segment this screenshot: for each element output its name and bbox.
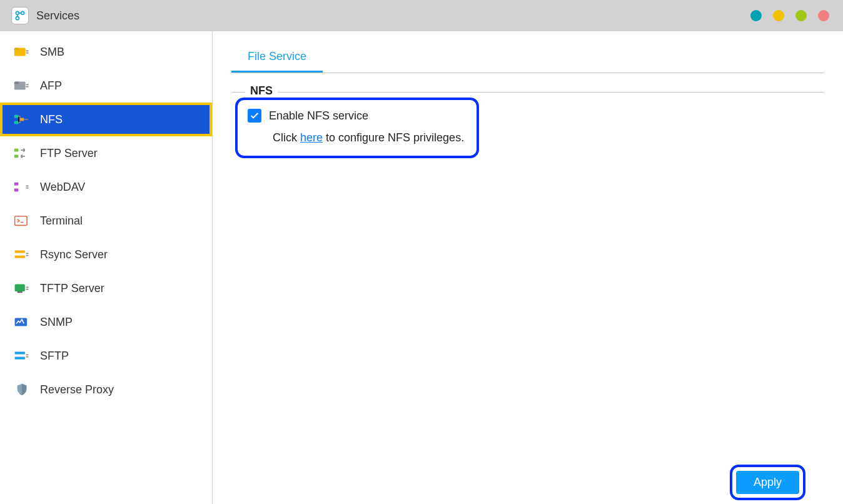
sidebar: SMB AFP NFS FTP Server [0,31,213,504]
hint-suffix: to configure NFS privileges. [323,131,464,144]
sidebar-item-label: Terminal [40,214,83,228]
svg-rect-16 [15,256,25,258]
folder-share-icon [13,45,31,59]
svg-rect-18 [18,291,23,293]
sidebar-item-label: Rsync Server [40,248,108,261]
sidebar-item-nfs[interactable]: NFS [0,103,212,136]
sftp-icon [13,349,31,363]
configure-hint: Click here to configure NFS privileges. [273,131,467,144]
sidebar-item-label: SFTP [40,350,69,363]
apply-button[interactable]: Apply [736,471,799,494]
window-dot-4[interactable] [818,10,829,21]
tab-row: File Service [231,44,824,73]
terminal-icon [13,214,31,228]
window-dot-2[interactable] [773,10,784,21]
svg-rect-4 [14,48,19,51]
highlight-enable-nfs: Enable NFS service Click here to configu… [235,98,479,158]
sidebar-item-label: Reverse Proxy [40,383,114,396]
rsync-icon [13,248,31,261]
svg-rect-14 [15,216,28,226]
footer: Apply [231,460,824,504]
configure-privileges-link[interactable]: here [300,131,323,144]
sidebar-item-reverse-proxy[interactable]: Reverse Proxy [0,373,212,406]
services-app-icon [11,7,29,24]
svg-point-2 [16,17,19,20]
svg-rect-20 [15,352,25,355]
sidebar-item-webdav[interactable]: WebDAV [0,170,212,204]
svg-rect-13 [14,188,19,191]
sidebar-item-rsync[interactable]: Rsync Server [0,238,212,271]
services-window: Services SMB AFP [0,0,843,504]
highlight-apply: Apply [730,465,805,500]
sidebar-item-label: SNMP [40,316,73,329]
svg-rect-11 [14,154,19,158]
body: SMB AFP NFS FTP Server [0,31,843,504]
tab-file-service[interactable]: File Service [231,44,323,73]
content-area: NFS Enable NFS service Click here to con… [231,73,824,460]
svg-rect-15 [15,251,25,253]
sidebar-item-label: FTP Server [40,147,98,160]
svg-point-1 [21,11,24,14]
svg-point-0 [16,11,19,14]
sidebar-item-smb[interactable]: SMB [0,35,212,69]
sidebar-item-label: WebDAV [40,181,85,194]
sidebar-item-sftp[interactable]: SFTP [0,339,212,373]
folder-gray-icon [13,79,31,93]
sidebar-item-terminal[interactable]: Terminal [0,204,212,238]
svg-rect-17 [15,285,25,291]
enable-nfs-label: Enable NFS service [269,109,368,123]
ftp-icon [13,146,31,160]
svg-rect-8 [14,121,19,124]
svg-rect-6 [14,82,19,84]
sidebar-item-label: AFP [40,79,62,93]
enable-nfs-row: Enable NFS service [248,109,467,123]
window-dot-1[interactable] [750,10,762,21]
window-dot-3[interactable] [795,10,807,21]
window-controls [750,10,829,21]
svg-rect-10 [14,149,19,152]
shield-icon [13,383,31,396]
sidebar-item-label: NFS [40,113,63,126]
titlebar: Services [0,0,843,31]
tftp-icon [13,281,31,295]
sidebar-item-tftp[interactable]: TFTP Server [0,271,212,305]
webdav-icon [13,180,31,194]
svg-rect-7 [14,115,19,118]
svg-rect-9 [20,118,24,121]
sidebar-item-label: TFTP Server [40,282,104,295]
svg-rect-12 [14,183,19,186]
svg-rect-21 [15,357,25,360]
group-title: NFS [245,84,278,98]
sidebar-item-snmp[interactable]: SNMP [0,305,212,339]
nfs-icon [13,113,31,126]
sidebar-item-afp[interactable]: AFP [0,69,212,103]
sidebar-item-label: SMB [40,46,64,59]
svg-rect-19 [15,318,28,326]
sidebar-item-ftp[interactable]: FTP Server [0,136,212,170]
snmp-icon [13,315,31,329]
enable-nfs-checkbox[interactable] [248,109,261,123]
group-nfs: NFS Enable NFS service Click here to con… [231,92,824,158]
main-panel: File Service NFS Enable NFS service Clic [213,31,843,504]
window-title: Services [36,9,79,23]
hint-prefix: Click [273,131,300,144]
